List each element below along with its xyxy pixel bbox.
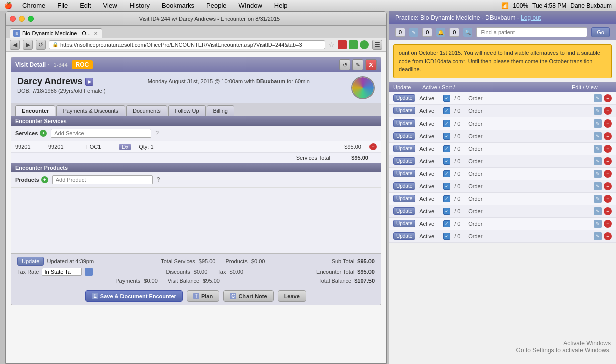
menu-button[interactable]: ☰: [372, 40, 382, 50]
delete-row-button[interactable]: −: [604, 157, 612, 165]
products-help-icon[interactable]: ?: [157, 176, 160, 183]
services-help-icon[interactable]: ?: [155, 130, 159, 137]
menu-file[interactable]: File: [55, 1, 70, 10]
extension-icon-2[interactable]: [349, 40, 358, 49]
row-checkbox[interactable]: ✓: [443, 208, 450, 215]
tab-follow-up[interactable]: Follow Up: [168, 105, 206, 116]
forward-button[interactable]: ▶: [23, 40, 33, 50]
edit-row-button[interactable]: ✎: [594, 119, 602, 128]
apple-menu[interactable]: 🍎: [4, 2, 12, 9]
delete-row-button[interactable]: −: [604, 107, 612, 115]
add-service-input[interactable]: [51, 129, 151, 138]
row-update-button[interactable]: Update: [393, 132, 415, 140]
row-checkbox[interactable]: ✓: [443, 233, 450, 240]
tab-documents[interactable]: Documents: [126, 105, 167, 116]
menu-edit[interactable]: Edit: [78, 1, 93, 10]
edit-row-button[interactable]: ✎: [594, 107, 602, 115]
refresh-button[interactable]: ↺: [36, 40, 46, 50]
refresh-visit-button[interactable]: ↺: [339, 59, 350, 70]
row-update-button[interactable]: Update: [393, 232, 415, 240]
delete-row-button[interactable]: −: [604, 207, 612, 215]
edit-patient-button[interactable]: ▶: [85, 78, 93, 86]
extension-icon-1[interactable]: [338, 40, 347, 49]
row-checkbox[interactable]: ✓: [443, 95, 450, 102]
edit-visit-button[interactable]: ✎: [352, 59, 363, 70]
delete-row-button[interactable]: −: [604, 170, 612, 178]
menu-chrome[interactable]: Chrome: [20, 1, 47, 10]
dx-tag[interactable]: Dx: [119, 144, 131, 150]
row-update-button[interactable]: Update: [393, 182, 415, 190]
delete-row-button[interactable]: −: [604, 94, 612, 102]
delete-row-button[interactable]: −: [604, 119, 612, 128]
edit-row-button[interactable]: ✎: [594, 182, 602, 190]
row-checkbox[interactable]: ✓: [443, 220, 450, 227]
row-checkbox[interactable]: ✓: [443, 183, 450, 190]
tab-close-button[interactable]: ✕: [94, 31, 98, 36]
delete-row-button[interactable]: −: [604, 132, 612, 140]
bookmark-star-icon[interactable]: ☆: [328, 41, 335, 49]
row-update-button[interactable]: Update: [393, 94, 415, 102]
menu-view[interactable]: View: [101, 1, 119, 10]
tab-payments-discounts[interactable]: Payments & Discounts: [56, 105, 125, 116]
logout-link[interactable]: Log out: [521, 14, 541, 21]
plan-button[interactable]: T Plan: [187, 290, 219, 302]
row-checkbox[interactable]: ✓: [443, 195, 450, 202]
delete-row-button[interactable]: −: [604, 232, 612, 240]
delete-row-button[interactable]: −: [604, 145, 612, 153]
edit-row-button[interactable]: ✎: [594, 145, 602, 153]
maximize-window-button[interactable]: [28, 16, 34, 22]
menu-help[interactable]: Help: [272, 1, 290, 10]
tax-rate-dropdown[interactable]: [42, 268, 82, 276]
minimize-window-button[interactable]: [19, 16, 25, 22]
delete-row-button[interactable]: −: [604, 195, 612, 203]
edit-row-button[interactable]: ✎: [594, 232, 602, 240]
row-update-button[interactable]: Update: [393, 170, 415, 177]
patient-search-input[interactable]: [476, 27, 587, 37]
extension-icon-3[interactable]: [360, 40, 369, 49]
browser-tab[interactable]: B Bio-Dynamic Medicine - O... ✕: [10, 28, 102, 38]
delete-row-button[interactable]: −: [604, 182, 612, 190]
close-visit-button[interactable]: X: [365, 59, 377, 70]
back-button[interactable]: ◀: [10, 40, 20, 50]
chart-note-button[interactable]: C Chart Note: [223, 290, 273, 302]
row-update-button[interactable]: Update: [393, 145, 415, 152]
row-checkbox[interactable]: ✓: [443, 133, 450, 140]
add-service-green-button[interactable]: +: [40, 130, 47, 137]
row-update-button[interactable]: Update: [393, 119, 415, 127]
menu-window[interactable]: Window: [237, 1, 264, 10]
menu-history[interactable]: History: [128, 1, 152, 10]
leave-button[interactable]: Leave: [278, 290, 306, 302]
edit-row-button[interactable]: ✎: [594, 220, 602, 228]
search-go-button[interactable]: Go: [591, 27, 610, 37]
tax-info-icon[interactable]: i: [85, 268, 93, 276]
menu-bookmarks[interactable]: Bookmarks: [160, 1, 196, 10]
row-update-button[interactable]: Update: [393, 220, 415, 227]
tab-billing[interactable]: Billing: [207, 105, 234, 116]
row-update-button[interactable]: Update: [393, 207, 415, 215]
menu-people[interactable]: People: [204, 1, 228, 10]
row-update-button[interactable]: Update: [393, 107, 415, 114]
address-bar[interactable]: 🔒 https://nsofficepro.naturaesoft.com/Of…: [49, 40, 325, 49]
save-document-encounter-button[interactable]: E Save & Document Encounter: [85, 290, 183, 302]
row-update-button[interactable]: Update: [393, 157, 415, 165]
edit-row-button[interactable]: ✎: [594, 132, 602, 140]
row-checkbox[interactable]: ✓: [443, 158, 450, 165]
row-checkbox[interactable]: ✓: [443, 145, 450, 152]
add-product-input[interactable]: [52, 175, 153, 184]
delete-row-button[interactable]: −: [604, 220, 612, 228]
row-checkbox[interactable]: ✓: [443, 107, 450, 114]
edit-row-button[interactable]: ✎: [594, 170, 602, 178]
row-update-button[interactable]: Update: [393, 195, 415, 202]
tab-encounter[interactable]: Encounter: [15, 105, 55, 116]
update-button[interactable]: Update: [17, 257, 44, 266]
remove-service-button[interactable]: −: [369, 143, 377, 150]
row-checkbox[interactable]: ✓: [443, 170, 450, 177]
row-checkbox[interactable]: ✓: [443, 120, 450, 127]
edit-row-button[interactable]: ✎: [594, 195, 602, 203]
roc-badge[interactable]: ROC: [72, 60, 93, 69]
add-product-green-button[interactable]: +: [41, 176, 48, 183]
edit-row-button[interactable]: ✎: [594, 157, 602, 165]
edit-row-button[interactable]: ✎: [594, 94, 602, 102]
close-window-button[interactable]: [10, 16, 16, 22]
edit-row-button[interactable]: ✎: [594, 207, 602, 215]
